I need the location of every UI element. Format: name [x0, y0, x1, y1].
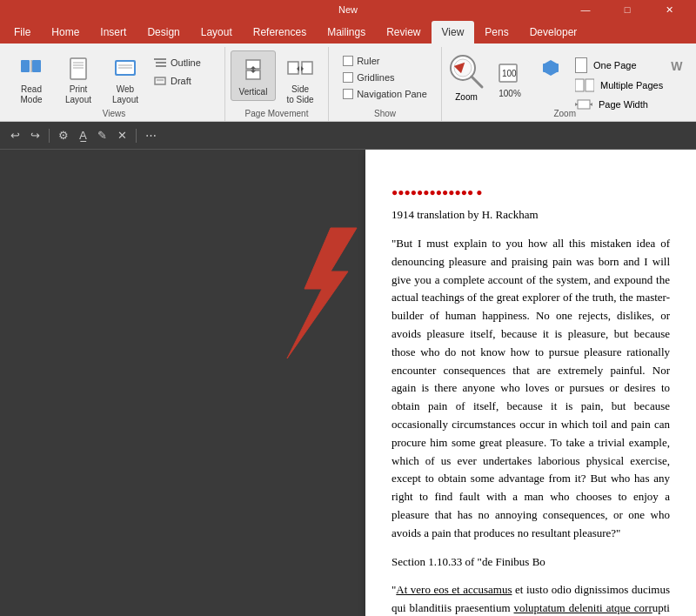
ribbon-group-page-movement: Vertical Sideto Side Page Movement — [225, 47, 329, 121]
svg-rect-1 — [32, 60, 41, 72]
svg-rect-33 — [575, 79, 584, 91]
read-mode-icon — [17, 55, 45, 83]
para2: "At vero eos et accusamus et iusto odio … — [392, 581, 670, 616]
multiple-pages-icon — [575, 78, 594, 92]
zoom-100-button[interactable]: 100 100% — [491, 52, 529, 103]
w-label: W — [671, 52, 682, 73]
tab-design[interactable]: Design — [137, 21, 190, 44]
tab-review[interactable]: Review — [376, 21, 431, 44]
page-width-button[interactable]: Page Width — [572, 96, 666, 113]
para2-start: At vero eos et accusamus — [396, 583, 512, 596]
read-mode-button[interactable]: ReadMode — [9, 50, 54, 108]
svg-line-27 — [472, 77, 482, 87]
page-width-icon — [575, 97, 592, 111]
draft-icon — [153, 74, 167, 88]
read-mode-label: ReadMode — [20, 84, 42, 105]
outline-draft-group: Outline Draft — [150, 50, 219, 90]
svg-rect-13 — [156, 65, 166, 67]
show-group-label: Show — [374, 109, 396, 118]
print-layout-icon — [64, 55, 92, 83]
tab-mailings[interactable]: Mailings — [317, 21, 376, 44]
ribbon: ReadMode PrintLayout — [0, 44, 696, 122]
gridlines-checkbox[interactable] — [343, 72, 353, 83]
more-toolbar-button[interactable]: ⋯ — [142, 127, 160, 144]
ribbon-group-zoom: Zoom 100 100% — [442, 47, 687, 121]
svg-rect-12 — [156, 62, 166, 64]
page-size-options: One Page Multiple Pages — [572, 52, 666, 113]
navigation-pane-checkbox[interactable] — [343, 89, 353, 99]
web-layout-button[interactable]: WebLayout — [103, 50, 148, 108]
vertical-button[interactable]: Vertical — [231, 50, 276, 101]
tab-insert[interactable]: Insert — [90, 21, 137, 44]
title-text: New — [338, 4, 358, 15]
svg-rect-14 — [155, 77, 165, 84]
tab-file[interactable]: File — [3, 21, 41, 44]
maximize-button[interactable]: □ — [607, 0, 647, 19]
toolbar2: ↩ ↪ ⚙ A̲ ✎ ✕ ⋯ — [0, 122, 696, 150]
undo-button[interactable]: ↩ — [7, 127, 23, 144]
side-to-side-icon — [286, 55, 314, 83]
draft-label: Draft — [171, 76, 191, 86]
tab-home[interactable]: Home — [41, 21, 90, 44]
zoom-out-button[interactable] — [534, 56, 567, 80]
tab-view[interactable]: View — [432, 21, 475, 44]
zoom-100-icon: 100 — [496, 59, 524, 87]
tab-layout[interactable]: Layout — [191, 21, 243, 44]
vertical-label: Vertical — [239, 87, 268, 97]
web-layout-label: WebLayout — [112, 84, 138, 105]
translation-line: 1914 translation by H. Rackham — [392, 206, 670, 224]
ribbon-group-views: ReadMode PrintLayout — [3, 47, 225, 121]
one-page-label: One Page — [593, 60, 637, 70]
svg-text:100: 100 — [502, 69, 517, 78]
redo-button[interactable]: ↪ — [27, 127, 44, 144]
document-area: ●●●●●●●●●●●●● ● 1914 translation by H. R… — [0, 150, 696, 616]
svg-marker-31 — [545, 60, 557, 64]
eraser-button[interactable]: ✕ — [114, 127, 130, 144]
section-line: Section 1.10.33 of "de Finibus Bo — [392, 553, 670, 572]
page-width-label: Page Width — [599, 99, 648, 110]
gridlines-checkbox-label[interactable]: Gridlines — [339, 70, 409, 84]
tab-developer[interactable]: Developer — [519, 21, 588, 44]
outline-button[interactable]: Outline — [150, 54, 219, 71]
vertical-icon — [239, 57, 267, 85]
ribbon-group-show: Ruler Gridlines Navigation Pane Show — [329, 47, 442, 121]
side-to-side-label: Sideto Side — [286, 84, 313, 105]
font-settings-button[interactable]: ⚙ — [55, 127, 72, 144]
title-bar: New — □ ✕ — [0, 0, 696, 19]
ruler-checkbox[interactable] — [343, 56, 353, 66]
draft-button[interactable]: Draft — [150, 72, 219, 90]
ruler-checkbox-label[interactable]: Ruler — [339, 54, 409, 68]
page-content: ●●●●●●●●●●●●● ● 1914 translation by H. R… — [392, 184, 670, 616]
zoom-circle-container[interactable] — [447, 52, 485, 90]
para1: "But I must explain to you how all this … — [392, 235, 670, 543]
one-page-button[interactable]: One Page — [572, 56, 666, 75]
title-buttons: — □ ✕ — [566, 0, 689, 19]
svg-rect-11 — [154, 58, 166, 60]
print-layout-label: PrintLayout — [65, 84, 91, 105]
document-page: ●●●●●●●●●●●●● ● 1914 translation by H. R… — [365, 150, 696, 616]
page-top-line: ●●●●●●●●●●●●● ● — [392, 184, 670, 201]
highlight-button[interactable]: A̲ — [76, 127, 90, 144]
svg-rect-0 — [21, 60, 30, 72]
gridlines-label: Gridlines — [357, 72, 394, 83]
tab-pens[interactable]: Pens — [474, 21, 519, 44]
page-movement-group-label: Page Movement — [245, 109, 309, 118]
left-panel — [0, 150, 383, 616]
svg-rect-22 — [302, 62, 312, 74]
toolbar2-separator2 — [136, 129, 137, 143]
outline-label: Outline — [171, 57, 201, 68]
svg-rect-35 — [578, 100, 590, 109]
close-button[interactable]: ✕ — [649, 0, 689, 19]
multiple-pages-label: Multiple Pages — [600, 80, 663, 90]
zoom-100-label: 100% — [499, 89, 521, 98]
print-layout-button[interactable]: PrintLayout — [56, 50, 101, 108]
multiple-pages-button[interactable]: Multiple Pages — [572, 77, 666, 94]
para2-line2: voluptatum deleniti atque corr — [514, 601, 652, 614]
tab-references[interactable]: References — [243, 21, 317, 44]
pen-button[interactable]: ✎ — [94, 127, 110, 144]
side-to-side-button[interactable]: Sideto Side — [278, 50, 323, 108]
navigation-pane-checkbox-label[interactable]: Navigation Pane — [339, 87, 431, 101]
toolbar2-separator1 — [49, 129, 50, 143]
minimize-button[interactable]: — — [566, 0, 606, 19]
ruler-label: Ruler — [357, 56, 379, 66]
